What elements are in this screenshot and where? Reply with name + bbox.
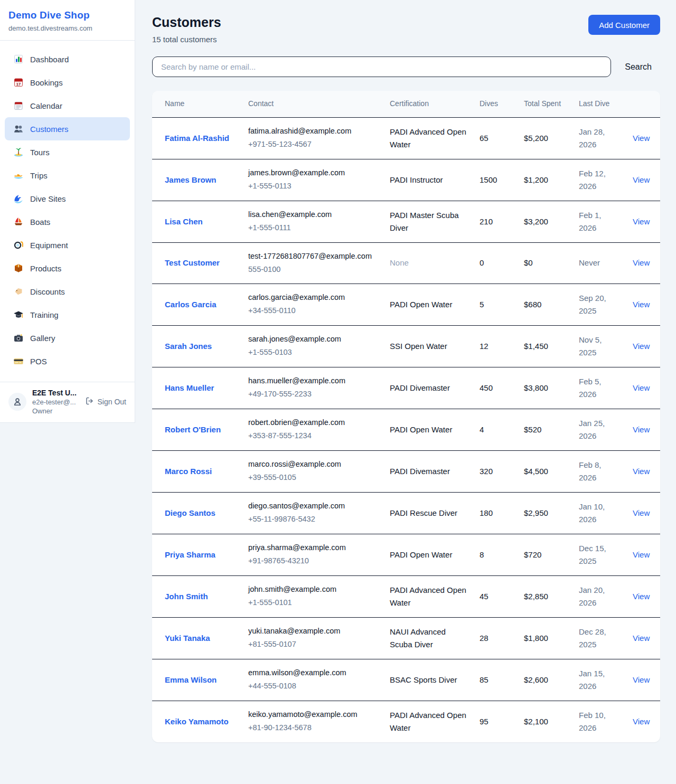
customer-certification: PADI Open Water xyxy=(383,409,473,450)
brand: Demo Dive Shop demo.test.divestreams.com xyxy=(0,0,135,41)
equipment-icon xyxy=(13,240,24,250)
customer-dives: 85 xyxy=(473,659,518,701)
main-content: Customers 15 total customers Add Custome… xyxy=(135,0,676,760)
view-customer-link[interactable]: View xyxy=(633,134,650,143)
view-customer-link[interactable]: View xyxy=(633,258,650,267)
sidebar-item-gallery[interactable]: Gallery xyxy=(5,326,130,350)
customer-phone: +39-555-0105 xyxy=(248,471,377,484)
sidebar-item-dive-sites[interactable]: Dive Sites xyxy=(5,187,130,210)
customer-dives: 8 xyxy=(473,534,518,575)
customer-name-link[interactable]: Hans Mueller xyxy=(165,382,214,394)
sidebar-item-dashboard[interactable]: Dashboard xyxy=(5,48,130,71)
add-customer-button[interactable]: Add Customer xyxy=(588,15,660,35)
customer-email: marco.rossi@example.com xyxy=(248,459,377,470)
search-button[interactable]: Search xyxy=(625,62,652,72)
customer-last-dive: Never xyxy=(572,242,626,284)
sidebar-item-equipment[interactable]: Equipment xyxy=(5,233,130,257)
customer-name-link[interactable]: Yuki Tanaka xyxy=(165,632,210,644)
customer-name-link[interactable]: John Smith xyxy=(165,590,208,602)
sidebar-item-products[interactable]: Products xyxy=(5,257,130,280)
svg-text:17: 17 xyxy=(16,82,21,87)
customer-dives: 210 xyxy=(473,201,518,242)
dashboard-icon xyxy=(13,54,24,64)
customer-name-link[interactable]: Sarah Jones xyxy=(165,340,212,352)
table-header-row: NameContactCertificationDivesTotal Spent… xyxy=(152,91,660,117)
gallery-icon xyxy=(13,333,24,343)
sidebar-item-customers[interactable]: Customers xyxy=(5,117,130,140)
customer-email: james.brown@example.com xyxy=(248,167,377,178)
customer-email: lisa.chen@example.com xyxy=(248,209,377,220)
customer-certification: None xyxy=(383,242,473,284)
customer-name-link[interactable]: Robert O'Brien xyxy=(165,423,221,436)
customer-name-link[interactable]: Emma Wilson xyxy=(165,674,217,686)
customer-last-dive: Jan 15, 2026 xyxy=(572,659,626,701)
customer-last-dive: Feb 5, 2026 xyxy=(572,367,626,409)
customer-total-spent: $1,800 xyxy=(518,617,572,659)
search-input[interactable] xyxy=(152,56,611,77)
table-row: Test Customer test-1772681807767@example… xyxy=(152,242,660,284)
customer-certification: PADI Advanced Open Water xyxy=(383,701,473,742)
view-customer-link[interactable]: View xyxy=(633,550,650,559)
view-customer-link[interactable]: View xyxy=(633,175,650,184)
sidebar-item-trips[interactable]: Trips xyxy=(5,164,130,187)
sidebar: Demo Dive Shop demo.test.divestreams.com… xyxy=(0,0,135,423)
table-row: Diego Santos diego.santos@example.com +5… xyxy=(152,492,660,534)
customer-last-dive: Nov 5, 2025 xyxy=(572,325,626,367)
column-header-certification: Certification xyxy=(383,91,473,117)
shop-name: Demo Dive Shop xyxy=(8,10,126,21)
view-customer-link[interactable]: View xyxy=(633,425,650,434)
customer-total-spent: $1,200 xyxy=(518,159,572,201)
view-customer-link[interactable]: View xyxy=(633,342,650,351)
sidebar-item-boats[interactable]: Boats xyxy=(5,210,130,233)
discounts-icon xyxy=(13,286,24,297)
customer-name-link[interactable]: Marco Rossi xyxy=(165,465,212,477)
customer-last-dive: Jan 10, 2026 xyxy=(572,492,626,534)
view-customer-link[interactable]: View xyxy=(633,592,650,601)
sidebar-item-calendar[interactable]: Calendar xyxy=(5,94,130,117)
products-icon xyxy=(13,263,24,273)
customer-name-link[interactable]: Fatima Al-Rashid xyxy=(165,132,229,144)
sign-out-icon xyxy=(85,396,94,407)
sidebar-item-bookings[interactable]: 17 Bookings xyxy=(5,71,130,94)
view-customer-link[interactable]: View xyxy=(633,300,650,309)
sidebar-item-pos[interactable]: POS xyxy=(5,350,130,373)
customer-total-spent: $2,950 xyxy=(518,492,572,534)
calendar-icon xyxy=(13,100,24,111)
view-customer-link[interactable]: View xyxy=(633,217,650,226)
view-customer-link[interactable]: View xyxy=(633,383,650,392)
sidebar-item-discounts[interactable]: Discounts xyxy=(5,280,130,303)
customer-name-link[interactable]: Priya Sharma xyxy=(165,549,215,561)
column-header-last-dive: Last Dive xyxy=(572,91,626,117)
customer-dives: 0 xyxy=(473,242,518,284)
customer-name-link[interactable]: Test Customer xyxy=(165,257,220,269)
customer-last-dive: Sep 20, 2025 xyxy=(572,284,626,325)
sidebar-item-tours[interactable]: Tours xyxy=(5,140,130,164)
sidebar-nav: Dashboard 17 Bookings Calendar Customers… xyxy=(0,41,135,382)
view-customer-link[interactable]: View xyxy=(633,634,650,643)
customer-last-dive: Feb 12, 2026 xyxy=(572,159,626,201)
customer-email: hans.mueller@example.com xyxy=(248,375,377,386)
customer-name-link[interactable]: Keiko Yamamoto xyxy=(165,715,229,728)
customer-certification: BSAC Sports Diver xyxy=(383,659,473,701)
customer-name-link[interactable]: Diego Santos xyxy=(165,507,215,519)
view-customer-link[interactable]: View xyxy=(633,717,650,726)
customer-total-spent: $2,850 xyxy=(518,575,572,617)
customers-table-card: NameContactCertificationDivesTotal Spent… xyxy=(152,91,660,742)
customer-dives: 12 xyxy=(473,325,518,367)
view-customer-link[interactable]: View xyxy=(633,675,650,684)
customer-total-spent: $3,200 xyxy=(518,201,572,242)
customer-last-dive: Dec 15, 2025 xyxy=(572,534,626,575)
view-customer-link[interactable]: View xyxy=(633,508,650,517)
customer-dives: 4 xyxy=(473,409,518,450)
sign-out-button[interactable]: Sign Out xyxy=(85,396,126,407)
view-customer-link[interactable]: View xyxy=(633,467,650,476)
customer-last-dive: Feb 8, 2026 xyxy=(572,450,626,492)
customer-total-spent: $1,450 xyxy=(518,325,572,367)
user-footer: E2E Test U... e2e-tester@... Owner Sign … xyxy=(0,382,135,422)
sidebar-item-training[interactable]: Training xyxy=(5,303,130,326)
customer-name-link[interactable]: Lisa Chen xyxy=(165,215,203,228)
customer-total-spent: $680 xyxy=(518,284,572,325)
customer-name-link[interactable]: Carlos Garcia xyxy=(165,298,217,310)
trips-icon xyxy=(13,170,24,181)
customer-name-link[interactable]: James Brown xyxy=(165,174,217,186)
